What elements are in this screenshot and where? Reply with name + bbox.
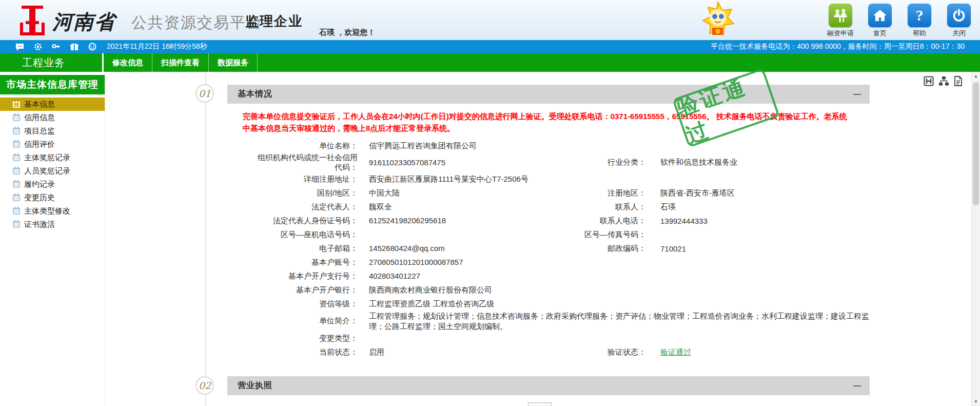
field-label: 基本户开户银行： — [227, 285, 360, 295]
sidebar-group-title[interactable]: 市场主体信息库管理 — [0, 75, 105, 94]
app-window: 河南省 公共资源交易平台 监理企业 石瑛 ，欢迎您！ — [0, 0, 980, 406]
scrollbar-thumb[interactable] — [973, 82, 979, 205]
field-label: 单位名称： — [227, 141, 360, 151]
header: 河南省 公共资源交易平台 监理企业 石瑛 ，欢迎您！ — [0, 0, 980, 40]
key-icon[interactable] — [52, 43, 61, 51]
notebook-icon — [13, 101, 20, 108]
section-header-basic: 基本情况 — [227, 85, 870, 104]
sidebar-item-project-director[interactable]: 项目总监 — [0, 124, 105, 138]
form-row: 单位名称：信宇腾远工程咨询集团有限公司 — [227, 139, 870, 153]
data-service-button[interactable]: 数据服务 — [209, 53, 258, 72]
field-label: 注册地区： — [580, 188, 646, 198]
sidebar-item-label: 证书激活 — [24, 220, 55, 229]
sidebar-item-label: 履约记录 — [24, 180, 55, 189]
region-title: 河南省 — [52, 8, 115, 36]
notebook-icon — [13, 154, 20, 161]
field-value: 工程监理资质乙级 工程造价咨询乙级 — [360, 299, 580, 309]
form-row: 基本户账号：2708050101201000087857 — [227, 256, 870, 269]
notebook-icon — [13, 208, 20, 215]
sidebar-item-label: 主体奖惩记录 — [24, 153, 70, 163]
site-logo-icon — [17, 5, 47, 36]
sidebar-item-performance-records[interactable]: 履约记录 — [0, 178, 105, 191]
field-label: 当前状态： — [227, 347, 360, 357]
field-value: 工程管理服务；规划设计管理；信息技术咨询服务；政府采购代理服务；资产评估；物业管… — [360, 311, 870, 332]
sidebar-item-label: 主体类型修改 — [24, 206, 70, 216]
field-label: 联系人： — [580, 202, 646, 212]
hotline-text: 平台统一技术服务电话为：400 998 0000，服务时间：周一至周日8：00-… — [711, 42, 965, 51]
comment-icon[interactable] — [15, 43, 24, 51]
notebook-icon — [13, 168, 20, 175]
sitemap-icon[interactable] — [938, 76, 949, 86]
section-number-badge: 01 — [195, 84, 214, 103]
module-tab-engineering[interactable]: 工程业务 — [0, 53, 104, 72]
field-label: 法定代表人： — [227, 202, 360, 212]
field-value: 石瑛 — [646, 202, 870, 212]
sidebar-item-basic-info[interactable]: 基本信息 — [0, 98, 105, 111]
field-label: 邮政编码： — [580, 244, 646, 254]
sidebar-item-credit-info[interactable]: 信用信息 — [0, 111, 105, 124]
verification-status-link[interactable]: 验证通过 — [646, 347, 870, 357]
power-icon — [947, 4, 971, 27]
home-button[interactable]: 首页 — [864, 4, 896, 38]
business-license-section: 营业执照 — [227, 376, 870, 395]
service-icon[interactable] — [88, 43, 96, 51]
form-row: 区号—座机电话号码：区号—传真号码： — [227, 228, 870, 242]
field-value: 陕西省-西安市-雁塔区 — [646, 188, 870, 198]
form-row: 基本户开户支行号：402803401227 — [227, 269, 870, 283]
scroll-down-arrow[interactable]: ▼ — [972, 397, 980, 406]
modify-info-button[interactable]: 修改信息 — [104, 53, 152, 72]
main-content: 01 验证通过 基本情况 完善本单 — [105, 72, 980, 406]
collapse-icon[interactable] — [853, 90, 861, 99]
sidebar-item-personnel-rewards[interactable]: 人员奖惩记录 — [0, 164, 105, 178]
help-button[interactable]: ? 帮助 — [904, 4, 935, 38]
field-value: 1452680424@qq.com — [360, 243, 580, 254]
scroll-up-arrow[interactable]: ▲ — [972, 72, 980, 81]
help-icon: ? — [908, 4, 931, 27]
field-label: 区号—座机电话号码： — [227, 230, 360, 240]
close-button[interactable]: 关闭 — [943, 4, 975, 38]
gear-icon[interactable] — [34, 43, 42, 51]
form-row: 详细注册地址：西安曲江新区雁展路1111号莱安中心T7-2506号 — [227, 172, 870, 186]
sidebar-item-subject-rewards[interactable]: 主体奖惩记录 — [0, 151, 105, 164]
license-image-placeholder — [528, 402, 552, 406]
collapse-icon[interactable] — [853, 382, 861, 390]
field-label: 区号—传真号码： — [580, 230, 646, 240]
field-label: 法定代表人身份证号码： — [227, 216, 360, 226]
timeline-line — [205, 72, 206, 406]
scan-view-button[interactable]: 扫描件查看 — [152, 53, 209, 72]
field-label: 资信等级： — [227, 299, 360, 309]
vertical-scrollbar[interactable]: ▲ ▼ — [971, 72, 980, 406]
platform-title: 公共资源交易平台 — [131, 12, 263, 33]
home-icon — [868, 4, 892, 27]
notebook-icon — [13, 128, 20, 134]
field-value: 魏双全 — [360, 202, 580, 212]
field-value: 中国大陆 — [360, 188, 580, 198]
form-row: 法定代表人：魏双全联系人：石瑛 — [227, 200, 870, 214]
section-header-license: 营业执照 — [227, 376, 870, 395]
field-label: 基本户账号： — [227, 258, 360, 267]
field-value: 陕西商南农村商业银行股份有限公司 — [360, 285, 580, 295]
basic-info-form: 单位名称：信宇腾远工程咨询集团有限公司 组织机构代码或统一社会信用 代码：916… — [227, 139, 870, 359]
field-value: 软件和信息技术服务业 — [646, 158, 870, 167]
field-label: 单位简介： — [227, 316, 360, 326]
notebook-icon — [13, 114, 20, 121]
verification-notice: 完善本单位信息提交验证后，工作人员会在24小时内(工作日)对提交的信息进行网上验… — [243, 111, 854, 134]
gift-icon[interactable] — [70, 43, 79, 51]
pdf-icon[interactable] — [954, 76, 963, 86]
sidebar-item-change-history[interactable]: 变更历史 — [0, 191, 105, 204]
field-label: 电子邮箱： — [227, 244, 360, 254]
form-row: 法定代表人身份证号码：612524198206295618联系人电话：13992… — [227, 214, 870, 228]
field-value: 启用 — [360, 347, 580, 357]
field-value: 2708050101201000087857 — [360, 257, 580, 267]
field-label: 国别/地区： — [227, 188, 360, 198]
star-mascot-icon — [701, 1, 735, 36]
action-label: 帮助 — [913, 29, 926, 38]
action-label: 关闭 — [952, 29, 966, 38]
sidebar-item-cert-activation[interactable]: 证书激活 — [0, 218, 105, 231]
sidebar-item-credit-eval[interactable]: 信用评价 — [0, 138, 105, 151]
sidebar-item-label: 变更历史 — [24, 193, 55, 203]
finance-apply-button[interactable]: 融资申请 — [825, 4, 856, 38]
print-icon[interactable] — [924, 76, 934, 86]
form-row: 变更类型： — [227, 332, 870, 345]
sidebar-item-subject-type-modify[interactable]: 主体类型修改 — [0, 204, 105, 218]
